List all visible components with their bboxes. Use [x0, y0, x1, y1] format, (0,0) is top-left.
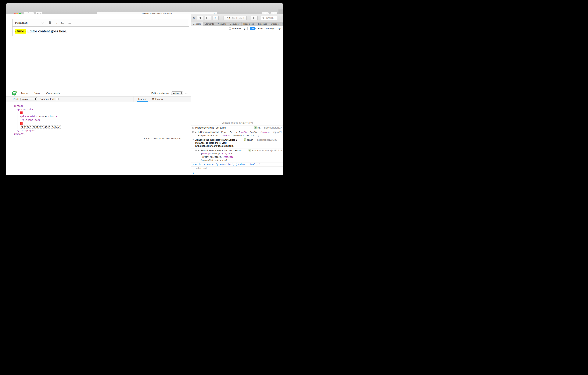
source-link[interactable]: placeholderui.js:7 [264, 126, 282, 129]
disclosure-triangle-icon[interactable]: ▶ [198, 149, 200, 152]
class-name: ClassicEditor [226, 149, 243, 152]
object-key: plugins [222, 153, 231, 155]
tab-commands[interactable]: Commands [46, 90, 60, 96]
function-name: init [257, 126, 260, 129]
source-link[interactable]: inspector.js:133:182 [257, 138, 277, 142]
preserve-log-label: Preserve Log [232, 27, 245, 30]
message-text: Attached the inspector to a CKEditor 5 i… [195, 139, 237, 144]
tab-elements[interactable]: Elements [203, 22, 216, 26]
disclosure-triangle-icon[interactable]: ▶ [195, 131, 197, 133]
object-key: commands [220, 134, 231, 137]
tab-selection[interactable]: Selection [152, 97, 163, 102]
devtools-search-field[interactable]: Search [261, 16, 277, 20]
root-label: Root: [13, 98, 19, 100]
function-name: attach [252, 149, 258, 152]
object-key: config [240, 131, 247, 133]
chevron-down-icon [265, 18, 266, 18]
tab-model[interactable]: Model [21, 90, 29, 96]
root-select[interactable]: main [21, 97, 37, 101]
function-badge-icon: f [244, 138, 246, 141]
class-name: ClassicEditor [221, 131, 239, 133]
tree-node-root-close[interactable]: </$root> [6, 132, 134, 136]
devtools-toolbar: ✕ ↻ 4 [191, 14, 284, 22]
console-input-line[interactable]: ❯ [191, 171, 284, 175]
reload-page-button[interactable]: ↻ [212, 16, 219, 20]
ckeditor-docs-link[interactable]: https://ckeditor.com/docs/ckeditor5 [195, 145, 234, 147]
new-tab-button[interactable]: + [278, 10, 284, 14]
editor-instance-label: Editor instance: [151, 92, 170, 95]
editor-instance-select[interactable]: editor [171, 91, 183, 95]
console-message: ▶ Editor was initialized – ClassicEditor… [191, 130, 284, 138]
message-text: Editor instance "editor" [201, 149, 224, 152]
filter-warnings[interactable]: Warnings [266, 27, 275, 30]
console-output: Console cleared at 4:53:46 PM Placeholde… [191, 31, 284, 175]
model-tree: <$root> <paragraph> [ <placeholder name=… [6, 102, 134, 175]
warning-count-value: 0 [243, 17, 244, 19]
object-value: : Config, [247, 131, 260, 133]
disclosure-triangle-icon[interactable]: ▼ [192, 139, 194, 141]
tree-node-paragraph-close[interactable]: </paragraph> [6, 129, 134, 132]
placeholder-widget[interactable]: {time} [15, 29, 26, 33]
more-tabs-button[interactable]: » [281, 22, 284, 25]
console-result: ❮ undefined [191, 166, 284, 171]
compact-text-checkbox[interactable] [56, 98, 59, 100]
inspector-tabs: Model View Commands [21, 90, 60, 96]
document-icon [226, 17, 228, 19]
console-message: ▼ Attached the inspector to a CKEditor 5… [191, 138, 284, 148]
preserve-log-checkbox[interactable] [229, 27, 231, 30]
element-picker-button[interactable] [251, 16, 258, 20]
crosshair-icon [253, 16, 256, 20]
divider [247, 27, 248, 30]
editor-content[interactable]: {time} Editor content goes here. [12, 27, 189, 36]
message-text: Editor was initialized [198, 131, 219, 133]
select-stepper-icon [181, 92, 182, 94]
function-name: attach [247, 138, 253, 142]
editor-instance-value: editor [173, 92, 179, 95]
tab-resources[interactable]: Resources [242, 22, 256, 26]
error-count: 0 [232, 17, 237, 19]
dash: — [254, 138, 256, 142]
inspector-header: 5 Model View Commands Editor instance: e… [6, 90, 191, 97]
numbered-list-button[interactable]: 1 2 [61, 22, 66, 24]
bold-button[interactable]: B [47, 21, 53, 24]
filter-logs[interactable]: Logs [277, 27, 282, 30]
page-count-value: 4 [229, 17, 230, 19]
tree-node-placeholder-open[interactable]: <placeholder name="time"> [6, 115, 134, 119]
tree-node-text[interactable]: "Editor content goes here." [6, 125, 134, 129]
tab-timelines[interactable]: Timelines [256, 22, 269, 26]
result-arrow-icon: ❮ [192, 168, 194, 170]
detach-button[interactable] [197, 16, 203, 20]
tab-network[interactable]: Network [216, 22, 228, 26]
italic-button[interactable]: I [54, 21, 60, 25]
numbered-list-icon: 1 2 [61, 22, 64, 24]
collapse-chevron-icon[interactable] [185, 92, 188, 94]
tree-node-paragraph-open[interactable]: <paragraph> [6, 108, 134, 111]
warning-count: 0 [239, 17, 244, 19]
close-devtools-button[interactable]: ✕ [192, 16, 195, 19]
paragraph-style-dropdown[interactable]: Paragraph [15, 21, 43, 24]
tab-debugger[interactable]: Debugger [228, 22, 242, 26]
tree-node-placeholder-close[interactable]: </placeholder> [6, 118, 134, 122]
tab-storage[interactable]: Storage [269, 22, 281, 26]
inspect-empty-state: Select a node in the tree to inspect [134, 102, 191, 175]
source-link[interactable]: inspector.js:133:326 [262, 149, 282, 152]
chevron-down-icon [42, 22, 43, 23]
warning-icon [239, 17, 242, 19]
dock-side-button[interactable] [205, 16, 211, 20]
tab-view[interactable]: View [34, 90, 41, 96]
log-icon [195, 149, 197, 152]
issues-summary[interactable]: 4 0 0 [223, 16, 247, 20]
filter-errors[interactable]: Errors [258, 27, 263, 30]
tree-node-root-open[interactable]: <$root> [6, 104, 134, 108]
bulleted-list-button[interactable] [68, 22, 73, 24]
tab-inspect[interactable]: Inspect [138, 97, 147, 102]
source-link[interactable]: app.js:21 [273, 131, 282, 134]
preserve-log-toggle[interactable]: Preserve Log [229, 27, 245, 30]
object-value: : CommandCollection, …} [231, 134, 259, 137]
empty-hint-text: Select a node in the tree to inspect [143, 137, 181, 140]
page-count: 4 [226, 17, 230, 19]
tab-console[interactable]: Console [191, 22, 203, 26]
filter-all[interactable]: All [250, 27, 256, 30]
message-text: PlaceholderUI#init() got called [195, 126, 252, 129]
editor-text: Editor content goes here. [26, 29, 67, 33]
